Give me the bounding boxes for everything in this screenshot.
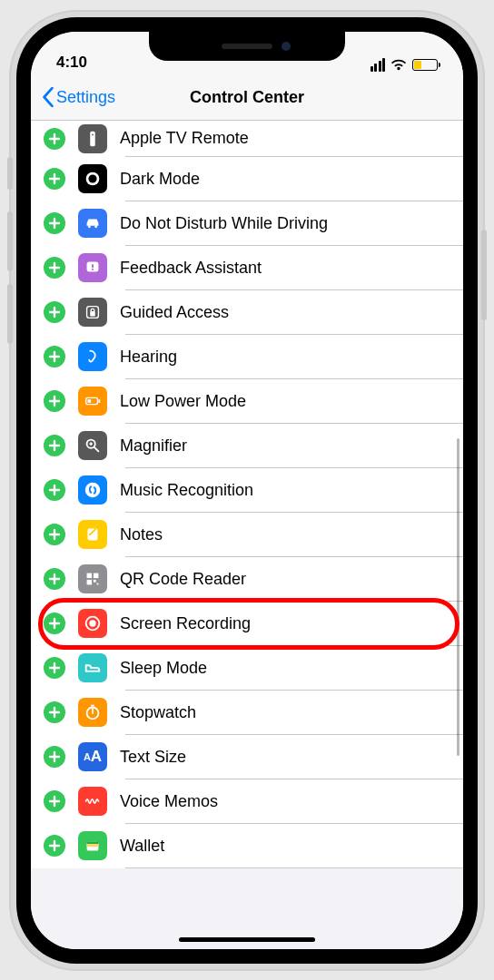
list-item[interactable]: Voice Memos (31, 779, 463, 824)
add-button[interactable] (44, 128, 65, 150)
add-button[interactable] (44, 568, 65, 590)
svg-rect-67 (87, 844, 99, 847)
status-time: 4:10 (56, 54, 87, 72)
add-button[interactable] (44, 835, 65, 857)
list-item[interactable]: Guided Access (31, 290, 463, 335)
svg-rect-26 (98, 399, 100, 403)
add-button[interactable] (44, 257, 65, 279)
svg-rect-27 (88, 399, 92, 403)
list-item-label: Stopwatch (120, 703, 196, 722)
add-button[interactable] (44, 612, 65, 634)
list-item-label: Wallet (120, 837, 164, 856)
list-item-label: Do Not Disturb While Driving (120, 214, 328, 233)
svg-line-31 (94, 447, 99, 452)
list-item-label: Hearing (120, 348, 177, 367)
status-icons (370, 58, 439, 72)
svg-point-7 (88, 174, 96, 182)
notch (149, 32, 345, 61)
side-button-silent (7, 157, 13, 190)
magnify-icon (78, 431, 107, 460)
add-button[interactable] (44, 435, 65, 456)
add-button[interactable] (44, 212, 65, 234)
list-item[interactable]: Stopwatch (31, 691, 463, 735)
list-item[interactable]: Sleep Mode (31, 646, 463, 691)
list-item[interactable]: Hearing (31, 335, 463, 379)
list-item[interactable]: Screen Recording (31, 602, 463, 646)
svg-rect-46 (97, 583, 99, 585)
add-button[interactable] (44, 479, 65, 501)
list-item[interactable]: Feedback Assistant (31, 246, 463, 290)
lowbatt-icon (78, 387, 107, 416)
svg-rect-16 (92, 269, 94, 270)
list-item-label: Magnifier (120, 436, 187, 456)
remote-icon (78, 124, 107, 153)
bed-icon (78, 653, 107, 682)
ear-icon (78, 342, 107, 371)
svg-point-36 (85, 483, 101, 498)
add-button[interactable] (44, 390, 65, 412)
list-item[interactable]: AAText Size (31, 735, 463, 779)
svg-rect-44 (87, 580, 93, 585)
list-item[interactable]: Apple TV Remote (31, 121, 463, 157)
notes-icon (78, 520, 107, 549)
darkmode-icon (78, 164, 107, 193)
list-item-label: Screen Recording (120, 614, 251, 633)
list-item[interactable]: Dark Mode (31, 157, 463, 201)
shazam-icon (78, 475, 107, 505)
list-item-label: Music Recognition (120, 481, 253, 500)
list-item[interactable]: Do Not Disturb While Driving (31, 201, 463, 246)
cellular-bars-icon (370, 58, 386, 72)
list-item-label: Text Size (120, 748, 186, 767)
list-item-label: Guided Access (120, 303, 229, 322)
add-button[interactable] (44, 746, 65, 768)
svg-point-3 (92, 133, 94, 135)
list-item-label: Low Power Mode (120, 392, 246, 411)
battery-icon (412, 59, 438, 71)
svg-point-10 (88, 225, 91, 228)
stopwatch-icon (78, 698, 107, 727)
list-item-label: QR Code Reader (120, 570, 246, 589)
separator (125, 867, 463, 868)
svg-rect-43 (94, 573, 99, 579)
record-icon (78, 609, 107, 638)
svg-rect-2 (90, 131, 95, 146)
list-item-label: Voice Memos (120, 792, 218, 811)
car-icon (78, 209, 107, 238)
list-item[interactable]: Music Recognition (31, 468, 463, 513)
list-item-label: Feedback Assistant (120, 259, 262, 278)
svg-rect-20 (90, 311, 95, 317)
list-item[interactable]: Wallet (31, 824, 463, 868)
wifi-icon (390, 58, 407, 71)
svg-rect-42 (87, 573, 93, 579)
list-item[interactable]: Magnifier (31, 424, 463, 468)
list-item[interactable]: Notes (31, 513, 463, 557)
screen: 4:10 Settings Control Center Apple TV Re… (31, 32, 463, 949)
svg-rect-66 (87, 841, 99, 844)
svg-point-11 (94, 225, 97, 228)
nav-bar: Settings Control Center (31, 75, 463, 121)
add-button[interactable] (44, 346, 65, 368)
controls-list[interactable]: Apple TV RemoteDark ModeDo Not Disturb W… (31, 121, 463, 868)
add-button[interactable] (44, 301, 65, 323)
add-button[interactable] (44, 524, 65, 545)
front-camera (282, 42, 291, 51)
list-item-label: Notes (120, 525, 163, 544)
chevron-left-icon (42, 87, 54, 107)
list-item[interactable]: Low Power Mode (31, 379, 463, 424)
scroll-indicator[interactable] (457, 438, 459, 756)
bottom-area (31, 900, 463, 949)
list-item[interactable]: QR Code Reader (31, 557, 463, 602)
add-button[interactable] (44, 790, 65, 812)
lock-icon (78, 298, 107, 327)
add-button[interactable] (44, 168, 65, 190)
textsize-icon: AA (78, 742, 107, 771)
phone-bezel: 4:10 Settings Control Center Apple TV Re… (16, 17, 478, 964)
svg-rect-45 (94, 580, 96, 583)
back-button[interactable]: Settings (42, 87, 115, 107)
wave-icon (78, 787, 107, 816)
qr-icon (78, 564, 107, 593)
add-button[interactable] (44, 657, 65, 679)
add-button[interactable] (44, 701, 65, 723)
list-item-label: Sleep Mode (120, 659, 207, 678)
home-indicator[interactable] (179, 937, 315, 942)
